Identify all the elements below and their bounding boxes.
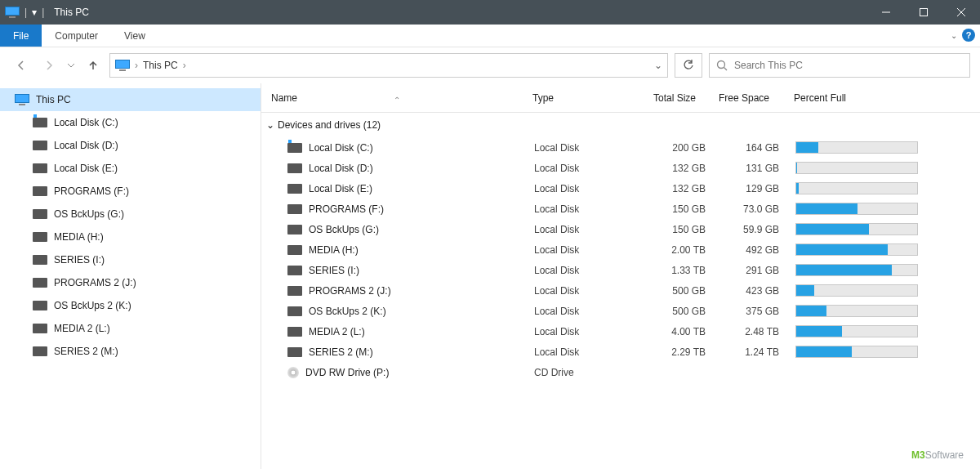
- drive-row[interactable]: MEDIA 2 (L:)Local Disk4.00 TB2.48 TB: [263, 321, 980, 342]
- drive-total: 150 GB: [632, 203, 706, 215]
- drive-icon: [33, 141, 47, 150]
- sidebar-item[interactable]: PROGRAMS (F:): [0, 180, 261, 203]
- drive-type: Local Disk: [534, 163, 632, 174]
- sidebar-root-this-pc[interactable]: This PC: [0, 88, 261, 111]
- drive-row[interactable]: MEDIA (H:)Local Disk2.00 TB492 GB: [263, 239, 980, 260]
- drive-icon: [33, 232, 47, 242]
- drive-free: 131 GB: [706, 163, 779, 174]
- window-title: This PC: [54, 7, 89, 18]
- sidebar-item[interactable]: Local Disk (C:): [0, 111, 261, 134]
- drive-name: SERIES (I:): [309, 265, 359, 276]
- sidebar-item-label: Local Disk (E:): [54, 163, 118, 174]
- drive-icon: [287, 143, 302, 153]
- help-icon[interactable]: ?: [962, 29, 975, 42]
- up-button[interactable]: [82, 54, 105, 77]
- drive-type: Local Disk: [534, 224, 632, 235]
- drive-percent: [779, 223, 910, 235]
- drive-row[interactable]: OS BckUps (G:)Local Disk150 GB59.9 GB: [263, 219, 980, 239]
- drive-row[interactable]: PROGRAMS 2 (J:)Local Disk500 GB423 GB: [263, 280, 980, 301]
- drive-row[interactable]: PROGRAMS (F:)Local Disk150 GB73.0 GB: [263, 199, 980, 219]
- tab-file[interactable]: File: [0, 25, 42, 47]
- sidebar-item[interactable]: OS BckUps (G:): [0, 203, 261, 226]
- drive-free: 73.0 GB: [706, 203, 779, 215]
- drive-icon: [33, 324, 47, 333]
- recent-dropdown-icon[interactable]: [65, 54, 77, 77]
- drive-name: Local Disk (C:): [309, 142, 373, 154]
- tab-view[interactable]: View: [111, 25, 158, 47]
- search-box[interactable]: [709, 53, 970, 78]
- drive-type: CD Drive: [534, 367, 632, 378]
- drive-row[interactable]: SERIES (I:)Local Disk1.33 TB291 GB: [263, 260, 980, 280]
- breadcrumb-location[interactable]: This PC: [143, 60, 178, 71]
- sidebar-item[interactable]: MEDIA (H:): [0, 226, 261, 248]
- sidebar-item[interactable]: SERIES 2 (M:): [0, 340, 261, 363]
- drive-type: Local Disk: [534, 326, 632, 337]
- drive-total: 500 GB: [632, 306, 706, 317]
- sidebar-item[interactable]: Local Disk (E:): [0, 157, 261, 180]
- drive-row[interactable]: Local Disk (D:)Local Disk132 GB131 GB: [263, 158, 980, 178]
- column-type[interactable]: Type: [532, 92, 630, 104]
- drive-total: 500 GB: [632, 285, 706, 297]
- chevron-right-icon-2[interactable]: ›: [183, 60, 186, 71]
- drive-total: 4.00 TB: [632, 326, 706, 337]
- column-name[interactable]: Name⌃: [271, 92, 532, 104]
- drive-free: 164 GB: [706, 142, 779, 154]
- qat-divider-2: |: [42, 7, 44, 18]
- address-dropdown-icon[interactable]: ⌄: [654, 60, 662, 71]
- maximize-button[interactable]: [905, 0, 942, 25]
- qat-dropdown-icon[interactable]: ▾: [32, 7, 37, 18]
- back-button[interactable]: [10, 54, 33, 77]
- refresh-button[interactable]: [675, 53, 702, 78]
- column-percent-full[interactable]: Percent Full: [777, 92, 908, 104]
- sidebar-item-label: OS BckUps (G:): [54, 208, 124, 220]
- sidebar-item[interactable]: Local Disk (D:): [0, 134, 261, 157]
- drive-percent: [779, 182, 910, 194]
- sort-indicator-icon: ⌃: [394, 96, 400, 105]
- drive-type: Local Disk: [534, 265, 632, 276]
- sidebar-item[interactable]: MEDIA 2 (L:): [0, 317, 261, 340]
- drive-total: 150 GB: [632, 224, 706, 235]
- sidebar-item-label: MEDIA 2 (L:): [54, 323, 110, 334]
- drive-row[interactable]: DVD RW Drive (P:)CD Drive: [263, 362, 980, 382]
- drive-icon: [33, 118, 47, 127]
- group-header-devices[interactable]: ⌄ Devices and drives (12): [261, 113, 980, 137]
- tab-computer[interactable]: Computer: [42, 25, 111, 47]
- search-input[interactable]: [734, 60, 963, 71]
- minimize-button[interactable]: [867, 0, 905, 25]
- sidebar-item[interactable]: PROGRAMS 2 (J:): [0, 271, 261, 294]
- address-bar[interactable]: › This PC › ⌄: [109, 53, 668, 78]
- sidebar-item[interactable]: OS BckUps 2 (K:): [0, 294, 261, 317]
- sidebar-item-label: Local Disk (C:): [54, 117, 118, 128]
- drive-type: Local Disk: [534, 203, 632, 215]
- sidebar-item-label: OS BckUps 2 (K:): [54, 300, 131, 311]
- drive-total: 132 GB: [632, 183, 706, 194]
- column-headers: Name⌃ Type Total Size Free Space Percent…: [261, 83, 980, 113]
- drive-percent: [779, 284, 910, 297]
- drive-row[interactable]: Local Disk (C:)Local Disk200 GB164 GB: [263, 137, 980, 158]
- pc-icon: [15, 94, 29, 105]
- sidebar-item-label: MEDIA (H:): [54, 231, 104, 243]
- column-total-size[interactable]: Total Size: [630, 92, 704, 104]
- drive-percent: [779, 325, 910, 337]
- drive-row[interactable]: SERIES 2 (M:)Local Disk2.29 TB1.24 TB: [263, 342, 980, 362]
- drive-icon: [287, 306, 302, 316]
- drive-free: 375 GB: [706, 306, 779, 317]
- drive-icon: [33, 255, 47, 265]
- qat-divider: |: [24, 7, 27, 18]
- sidebar-item[interactable]: SERIES (I:): [0, 248, 261, 271]
- drive-row[interactable]: Local Disk (E:)Local Disk132 GB129 GB: [263, 178, 980, 199]
- drive-row[interactable]: OS BckUps 2 (K:)Local Disk500 GB375 GB: [263, 301, 980, 321]
- drive-type: Local Disk: [534, 306, 632, 317]
- column-free-space[interactable]: Free Space: [704, 92, 777, 104]
- titlebar: | ▾ | This PC: [0, 0, 980, 25]
- drive-percent: [779, 203, 910, 215]
- sidebar-item-label: SERIES (I:): [54, 254, 105, 266]
- drive-total: 1.33 TB: [632, 265, 706, 276]
- forward-button[interactable]: [38, 54, 60, 77]
- close-button[interactable]: [942, 0, 980, 25]
- drive-free: 129 GB: [706, 183, 779, 194]
- search-icon: [716, 60, 728, 71]
- drive-icon: [287, 163, 302, 173]
- chevron-right-icon[interactable]: ›: [135, 60, 138, 71]
- ribbon-collapse-icon[interactable]: ⌄: [951, 31, 957, 40]
